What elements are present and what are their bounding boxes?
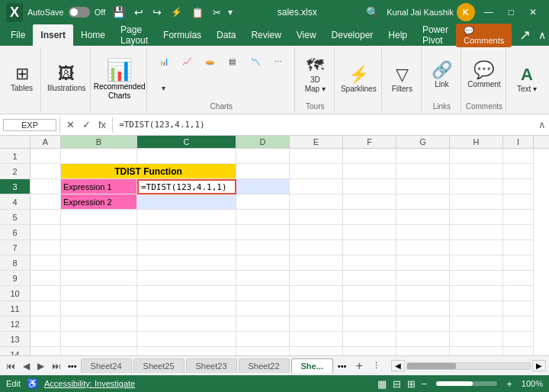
tab-power-pivot[interactable]: Power Pivot (415, 24, 456, 46)
more-charts-button[interactable]: ▾ (153, 82, 175, 94)
bar-chart-button[interactable]: ▤ (222, 56, 243, 67)
cancel-formula-button[interactable]: ✕ (63, 118, 78, 131)
col-header-d[interactable]: D (236, 136, 290, 148)
sheet-tab-sheet24[interactable]: Sheet24 (81, 358, 132, 373)
tab-help[interactable]: Help (380, 24, 415, 46)
cell-c5[interactable] (137, 210, 236, 225)
cell-g3[interactable] (396, 179, 450, 194)
cell-d4[interactable] (236, 194, 290, 210)
row-header-8[interactable]: 8 (0, 255, 30, 271)
cell-d2[interactable] (236, 164, 290, 179)
col-header-g[interactable]: G (396, 136, 450, 148)
cell-b4[interactable]: Expression 2 (61, 194, 137, 210)
row-header-1[interactable]: 1 (0, 149, 30, 164)
sheet-nav-right[interactable]: ▶ (34, 359, 47, 373)
links-button[interactable]: 🔗 Link (428, 59, 455, 91)
scroll-right-button[interactable]: ▶ (532, 360, 546, 371)
tab-insert[interactable]: Insert (33, 24, 73, 46)
sheet-nav-left-left[interactable]: ⏮ (3, 359, 18, 373)
cell-a2[interactable] (30, 164, 61, 179)
scroll-left-button[interactable]: ◀ (391, 360, 405, 371)
col-header-a[interactable]: A (30, 136, 61, 148)
sheet-more-indicator[interactable]: ••• (335, 360, 350, 372)
zoom-slider[interactable] (436, 381, 497, 386)
row-header-3[interactable]: 3 (0, 179, 30, 194)
cell-b3[interactable]: Expression 1 (61, 179, 137, 194)
sparklines-button[interactable]: ⚡ Sparklines (338, 63, 380, 95)
cell-d3[interactable] (236, 179, 290, 194)
cell-g2[interactable] (396, 164, 450, 179)
undo-icon[interactable]: ↩ (132, 5, 146, 20)
cell-h4[interactable] (450, 194, 503, 210)
3d-map-button[interactable]: 🗺 3DMap ▾ (301, 54, 329, 95)
cell-e2[interactable] (290, 164, 343, 179)
col-header-c[interactable]: C (137, 136, 236, 148)
area-chart-button[interactable]: 📉 (245, 56, 266, 67)
horizontal-scrollbar[interactable]: ◀ ▶ (391, 360, 546, 371)
cell-c4[interactable] (137, 194, 236, 210)
sheet-tab-sheet23[interactable]: Sheet23 (186, 358, 237, 373)
cell-i3[interactable] (503, 179, 534, 194)
cell-i1[interactable] (503, 149, 534, 164)
row-header-2[interactable]: 2 (0, 164, 30, 179)
maximize-button[interactable]: □ (502, 4, 520, 21)
redo-icon[interactable]: ↪ (150, 5, 164, 20)
row-header-9[interactable]: 9 (0, 271, 30, 286)
cell-b2[interactable]: TDIST Function (61, 164, 236, 179)
accessibility-label[interactable]: Accessibility: Investigate (44, 379, 135, 388)
cell-i2[interactable] (503, 164, 534, 179)
line-chart-button[interactable]: 📈 (176, 56, 197, 67)
cell-e5[interactable] (290, 210, 343, 225)
cell-g5[interactable] (396, 210, 450, 225)
autosave-toggle[interactable] (69, 7, 90, 18)
sheet-nav-left[interactable]: ◀ (20, 359, 33, 373)
copy-icon[interactable]: 📋 (189, 5, 206, 20)
tab-file[interactable]: File (3, 24, 33, 46)
save-icon[interactable]: 💾 (110, 5, 127, 20)
cell-f5[interactable] (343, 210, 396, 225)
search-icon[interactable]: 🔍 (361, 5, 384, 20)
pie-chart-button[interactable]: 🥧 (199, 56, 220, 67)
formula-input[interactable] (116, 120, 538, 130)
col-header-i[interactable]: I (503, 136, 534, 148)
cell-e1[interactable] (290, 149, 343, 164)
tab-formulas[interactable]: Formulas (156, 24, 209, 46)
formula-expand-button[interactable]: ∧ (538, 119, 546, 130)
cell-h2[interactable] (450, 164, 503, 179)
row-header-6[interactable]: 6 (0, 225, 30, 240)
cell-e3[interactable] (290, 179, 343, 194)
illustrations-button[interactable]: 🖼 Illustrations (44, 64, 89, 95)
row-header-11[interactable]: 11 (0, 301, 30, 316)
tab-data[interactable]: Data (209, 24, 243, 46)
cell-f2[interactable] (343, 164, 396, 179)
name-box[interactable] (3, 119, 56, 131)
cell-g4[interactable] (396, 194, 450, 210)
tab-page-layout[interactable]: Page Layout (113, 24, 156, 46)
user-avatar[interactable]: K (457, 3, 475, 21)
view-page-break-icon[interactable]: ⊞ (407, 378, 416, 390)
cell-b5[interactable] (61, 210, 137, 225)
col-header-f[interactable]: F (343, 136, 396, 148)
cell-i5[interactable] (503, 210, 534, 225)
row-header-10[interactable]: 10 (0, 286, 30, 301)
cell-h5[interactable] (450, 210, 503, 225)
tab-review[interactable]: Review (243, 24, 288, 46)
scatter-chart-button[interactable]: ⋯ (268, 56, 289, 67)
recommended-charts-button[interactable]: 📊 RecommendedCharts (94, 54, 146, 104)
overflow-icon[interactable]: ▾ (228, 7, 233, 18)
tab-developer[interactable]: Developer (324, 24, 381, 46)
col-header-h[interactable]: H (450, 136, 503, 148)
minimize-button[interactable]: — (478, 4, 499, 21)
view-page-layout-icon[interactable]: ⊟ (393, 378, 401, 390)
cell-h1[interactable] (450, 149, 503, 164)
sheet-tab-sheet25[interactable]: Sheet25 (133, 358, 185, 373)
row-header-7[interactable]: 7 (0, 240, 30, 255)
cell-e4[interactable] (290, 194, 343, 210)
col-header-b[interactable]: B (61, 136, 137, 148)
sheet-tab-sheet22[interactable]: Sheet22 (239, 358, 290, 373)
tables-button[interactable]: ⊞ Tables (8, 64, 36, 95)
cell-d1[interactable] (236, 149, 290, 164)
cell-a3[interactable] (30, 179, 61, 194)
cell-h3[interactable] (450, 179, 503, 194)
ribbon-toggle-icon[interactable]: ∧ (538, 29, 546, 41)
